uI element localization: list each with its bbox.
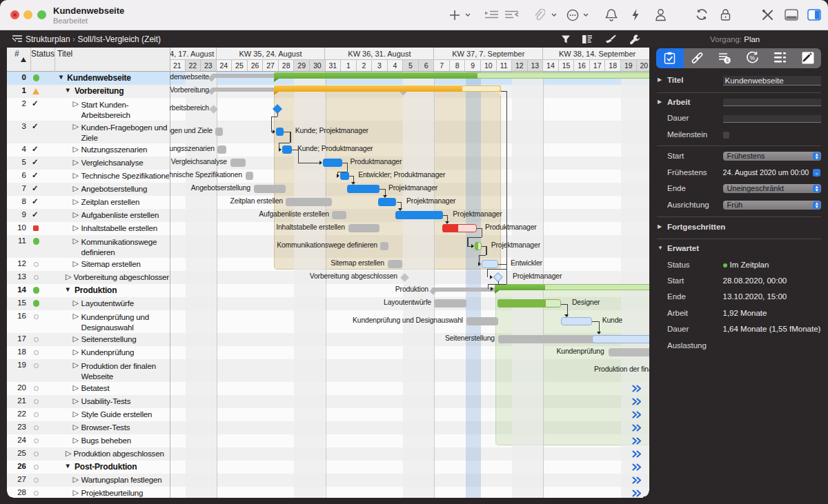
- svg-text:%: %: [750, 54, 756, 61]
